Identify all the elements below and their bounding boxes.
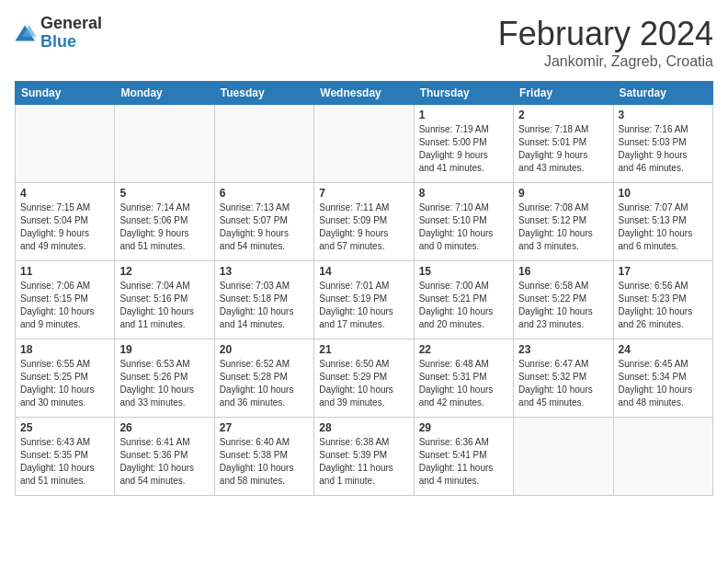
- day-number: 14: [319, 265, 408, 278]
- logo-general-text: General: [40, 15, 102, 33]
- day-detail: Sunrise: 6:43 AM Sunset: 5:35 PM Dayligh…: [20, 436, 109, 488]
- week-row-3: 11Sunrise: 7:06 AM Sunset: 5:15 PM Dayli…: [16, 261, 713, 339]
- day-detail: Sunrise: 6:48 AM Sunset: 5:31 PM Dayligh…: [419, 358, 508, 409]
- calendar-cell: 5Sunrise: 7:14 AM Sunset: 5:06 PM Daylig…: [115, 183, 214, 261]
- calendar-cell: 18Sunrise: 6:55 AM Sunset: 5:25 PM Dayli…: [16, 339, 115, 418]
- day-detail: Sunrise: 7:00 AM Sunset: 5:21 PM Dayligh…: [419, 280, 508, 331]
- calendar-cell: 13Sunrise: 7:03 AM Sunset: 5:18 PM Dayli…: [214, 261, 313, 339]
- day-number: 21: [319, 343, 408, 356]
- day-detail: Sunrise: 7:18 AM Sunset: 5:01 PM Dayligh…: [518, 123, 608, 175]
- calendar-cell: [314, 105, 414, 183]
- day-detail: Sunrise: 6:55 AM Sunset: 5:25 PM Dayligh…: [20, 358, 109, 409]
- calendar-cell: 11Sunrise: 7:06 AM Sunset: 5:15 PM Dayli…: [16, 261, 115, 339]
- day-detail: Sunrise: 7:14 AM Sunset: 5:06 PM Dayligh…: [119, 201, 209, 253]
- calendar-cell: 3Sunrise: 7:16 AM Sunset: 5:03 PM Daylig…: [613, 105, 712, 183]
- week-row-2: 4Sunrise: 7:15 AM Sunset: 5:04 PM Daylig…: [16, 183, 713, 261]
- calendar-cell: 14Sunrise: 7:01 AM Sunset: 5:19 PM Dayli…: [314, 261, 414, 339]
- day-number: 12: [119, 265, 209, 278]
- day-number: 19: [119, 343, 209, 356]
- day-number: 9: [518, 187, 608, 200]
- day-detail: Sunrise: 6:40 AM Sunset: 5:38 PM Dayligh…: [220, 436, 309, 488]
- logo-icon: [15, 24, 37, 42]
- day-detail: Sunrise: 7:08 AM Sunset: 5:12 PM Dayligh…: [518, 201, 608, 253]
- day-number: 4: [20, 187, 109, 200]
- weekday-header-sunday: Sunday: [16, 82, 115, 105]
- day-detail: Sunrise: 7:03 AM Sunset: 5:18 PM Dayligh…: [220, 280, 309, 331]
- calendar-cell: [115, 105, 214, 183]
- logo: General Blue: [15, 15, 102, 52]
- day-number: 17: [619, 265, 708, 278]
- day-detail: Sunrise: 6:38 AM Sunset: 5:39 PM Dayligh…: [319, 436, 408, 488]
- calendar-cell: 4Sunrise: 7:15 AM Sunset: 5:04 PM Daylig…: [16, 183, 115, 261]
- calendar-cell: [16, 105, 115, 183]
- calendar-cell: 21Sunrise: 6:50 AM Sunset: 5:29 PM Dayli…: [314, 339, 414, 418]
- day-number: 16: [518, 265, 608, 278]
- day-detail: Sunrise: 6:58 AM Sunset: 5:22 PM Dayligh…: [518, 280, 608, 331]
- calendar-cell: 17Sunrise: 6:56 AM Sunset: 5:23 PM Dayli…: [613, 261, 712, 339]
- day-number: 11: [20, 265, 109, 278]
- calendar-cell: 1Sunrise: 7:19 AM Sunset: 5:00 PM Daylig…: [414, 105, 513, 183]
- day-detail: Sunrise: 6:56 AM Sunset: 5:23 PM Dayligh…: [619, 280, 708, 331]
- calendar-cell: 9Sunrise: 7:08 AM Sunset: 5:12 PM Daylig…: [514, 183, 613, 261]
- day-detail: Sunrise: 7:10 AM Sunset: 5:10 PM Dayligh…: [419, 201, 508, 253]
- day-number: 15: [419, 265, 508, 278]
- day-number: 6: [220, 187, 309, 200]
- day-number: 26: [119, 421, 209, 434]
- day-detail: Sunrise: 7:04 AM Sunset: 5:16 PM Dayligh…: [119, 280, 209, 331]
- calendar-cell: [613, 418, 712, 496]
- calendar-cell: 16Sunrise: 6:58 AM Sunset: 5:22 PM Dayli…: [514, 261, 613, 339]
- calendar-cell: 20Sunrise: 6:52 AM Sunset: 5:28 PM Dayli…: [214, 339, 313, 418]
- week-row-1: 1Sunrise: 7:19 AM Sunset: 5:00 PM Daylig…: [16, 105, 713, 183]
- day-detail: Sunrise: 7:16 AM Sunset: 5:03 PM Dayligh…: [619, 123, 708, 175]
- title-block: February 2024 Jankomir, Zagreb, Croatia: [498, 15, 713, 70]
- day-number: 5: [119, 187, 209, 200]
- weekday-header-row: SundayMondayTuesdayWednesdayThursdayFrid…: [16, 82, 713, 105]
- day-number: 20: [220, 343, 309, 356]
- day-detail: Sunrise: 6:41 AM Sunset: 5:36 PM Dayligh…: [119, 436, 209, 488]
- day-number: 23: [518, 343, 608, 356]
- calendar-cell: 29Sunrise: 6:36 AM Sunset: 5:41 PM Dayli…: [414, 418, 513, 496]
- weekday-header-wednesday: Wednesday: [314, 82, 414, 105]
- calendar-cell: 28Sunrise: 6:38 AM Sunset: 5:39 PM Dayli…: [314, 418, 414, 496]
- weekday-header-friday: Friday: [514, 82, 613, 105]
- day-number: 27: [220, 421, 309, 434]
- calendar-cell: 10Sunrise: 7:07 AM Sunset: 5:13 PM Dayli…: [613, 183, 712, 261]
- day-number: 13: [220, 265, 309, 278]
- day-number: 25: [20, 421, 109, 434]
- calendar-cell: 25Sunrise: 6:43 AM Sunset: 5:35 PM Dayli…: [16, 418, 115, 496]
- day-number: 29: [419, 421, 508, 434]
- day-detail: Sunrise: 6:36 AM Sunset: 5:41 PM Dayligh…: [419, 436, 508, 488]
- calendar-cell: 19Sunrise: 6:53 AM Sunset: 5:26 PM Dayli…: [115, 339, 214, 418]
- calendar-cell: 12Sunrise: 7:04 AM Sunset: 5:16 PM Dayli…: [115, 261, 214, 339]
- calendar-cell: 6Sunrise: 7:13 AM Sunset: 5:07 PM Daylig…: [214, 183, 313, 261]
- calendar-cell: 24Sunrise: 6:45 AM Sunset: 5:34 PM Dayli…: [613, 339, 712, 418]
- calendar-cell: 23Sunrise: 6:47 AM Sunset: 5:32 PM Dayli…: [514, 339, 613, 418]
- day-detail: Sunrise: 7:01 AM Sunset: 5:19 PM Dayligh…: [319, 280, 408, 331]
- weekday-header-monday: Monday: [115, 82, 214, 105]
- calendar-cell: [214, 105, 313, 183]
- calendar-cell: 22Sunrise: 6:48 AM Sunset: 5:31 PM Dayli…: [414, 339, 513, 418]
- day-number: 18: [20, 343, 109, 356]
- day-number: 1: [419, 109, 508, 121]
- day-detail: Sunrise: 7:06 AM Sunset: 5:15 PM Dayligh…: [20, 280, 109, 331]
- logo-blue-text: Blue: [40, 33, 102, 52]
- day-detail: Sunrise: 6:52 AM Sunset: 5:28 PM Dayligh…: [220, 358, 309, 409]
- weekday-header-saturday: Saturday: [613, 82, 712, 105]
- day-detail: Sunrise: 6:50 AM Sunset: 5:29 PM Dayligh…: [319, 358, 408, 409]
- week-row-5: 25Sunrise: 6:43 AM Sunset: 5:35 PM Dayli…: [16, 418, 713, 496]
- day-detail: Sunrise: 7:13 AM Sunset: 5:07 PM Dayligh…: [220, 201, 309, 253]
- day-detail: Sunrise: 7:11 AM Sunset: 5:09 PM Dayligh…: [319, 201, 408, 253]
- month-year: February 2024: [498, 15, 713, 53]
- day-number: 3: [619, 109, 708, 121]
- location: Jankomir, Zagreb, Croatia: [498, 53, 713, 70]
- day-number: 24: [619, 343, 708, 356]
- calendar-cell: 26Sunrise: 6:41 AM Sunset: 5:36 PM Dayli…: [115, 418, 214, 496]
- day-detail: Sunrise: 6:45 AM Sunset: 5:34 PM Dayligh…: [619, 358, 708, 409]
- calendar-cell: [514, 418, 613, 496]
- day-detail: Sunrise: 7:19 AM Sunset: 5:00 PM Dayligh…: [419, 123, 508, 175]
- calendar-cell: 7Sunrise: 7:11 AM Sunset: 5:09 PM Daylig…: [314, 183, 414, 261]
- day-number: 2: [518, 109, 608, 121]
- weekday-header-tuesday: Tuesday: [214, 82, 313, 105]
- day-number: 10: [619, 187, 708, 200]
- calendar-table: SundayMondayTuesdayWednesdayThursdayFrid…: [15, 81, 713, 496]
